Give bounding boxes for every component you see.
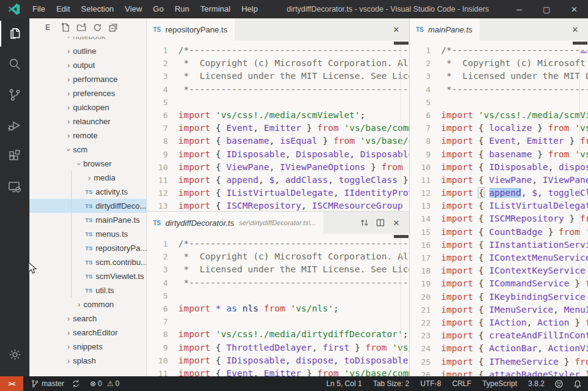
line-number: 2 [147, 250, 168, 263]
scrollbar-track[interactable] [401, 40, 401, 211]
tree-item-common[interactable]: ›common [29, 297, 146, 311]
remote-indicator[interactable]: >< [0, 376, 23, 391]
scrollbar-track[interactable] [401, 234, 401, 376]
code-editor[interactable]: 1/*-------------------------------------… [410, 40, 588, 376]
tab-repositorypane-ts[interactable]: TSrepositoryPane.ts [147, 18, 235, 40]
notifications-bell-icon[interactable] [573, 379, 582, 389]
chevron-right-icon: › [64, 329, 73, 337]
editor-pane-mainPane[interactable]: TSmainPane.ts✕1/*-----------------------… [409, 18, 588, 376]
new-file-icon[interactable] [58, 21, 74, 34]
refresh-icon[interactable] [89, 21, 105, 34]
tree-item-outline[interactable]: ›outline [29, 44, 146, 58]
tree-item-preferences[interactable]: ›preferences [29, 86, 146, 100]
status-typescript[interactable]: TypeScript [483, 379, 518, 388]
line-number: 2 [147, 57, 168, 70]
tree-item-repositorypa[interactable]: TSrepositoryPa... [29, 241, 146, 255]
menu-run[interactable]: Run [169, 0, 195, 18]
tree-item-dirtydiffdeco[interactable]: TSdirtydiffDeco... [29, 199, 146, 213]
menu-terminal[interactable]: Terminal [195, 0, 236, 18]
tree-item-output[interactable]: ›output [29, 58, 146, 72]
tree-item-notebook[interactable]: ›notebook [29, 37, 146, 44]
code-line-8: 8import { basename, isEqual } from 'vs/b… [147, 135, 409, 147]
source-control-icon[interactable] [0, 80, 29, 110]
tab-mainpane-ts[interactable]: TSmainPane.ts [410, 18, 480, 40]
typescript-file-icon: TS [85, 245, 96, 251]
tree-item-media[interactable]: ›media [29, 171, 146, 185]
close-button[interactable]: ✕ [560, 0, 588, 18]
typescript-file-icon: TS [85, 287, 96, 294]
explorer-icon[interactable] [0, 18, 29, 49]
tree-item-quickopen[interactable]: ›quickopen [29, 100, 146, 114]
line-number: 11 [147, 367, 168, 376]
split-editor-icon[interactable] [372, 215, 388, 231]
tree-item-mainpane-ts[interactable]: TSmainPane.ts [29, 213, 146, 227]
compare-changes-icon[interactable] [356, 215, 372, 231]
close-editor-icon[interactable]: ✕ [567, 21, 583, 37]
line-number: 9 [410, 148, 431, 161]
line-number: 1 [147, 44, 168, 57]
tree-item-snippets[interactable]: ›snippets [29, 340, 146, 354]
editor-pane-repositoryPane[interactable]: TSrepositoryPane.ts✕1/*-----------------… [147, 18, 409, 211]
scrollbar-track[interactable] [579, 40, 580, 376]
tree-item-label: searchEditor [73, 328, 118, 337]
menu-file[interactable]: File [27, 0, 51, 18]
code-line-18: 18import { IContextKeyService } from 'vs… [410, 264, 588, 277]
extensions-icon[interactable] [0, 141, 29, 171]
run-debug-icon[interactable] [0, 110, 29, 141]
feedback-smiley-icon[interactable] [554, 379, 564, 389]
tree-item-label: menus.ts [96, 229, 128, 239]
code-line-20: 20import { IKeybindingService } from 'vs… [410, 291, 588, 303]
tree-item-activity-ts[interactable]: TSactivity.ts [29, 185, 146, 199]
search-icon[interactable] [0, 49, 29, 80]
maximize-button[interactable]: ▢ [533, 0, 560, 18]
menu-view[interactable]: View [119, 0, 148, 18]
code-line-7: 7import { localize } from 'vs/nls'; [410, 122, 588, 135]
tree-item-util-ts[interactable]: TSutil.ts [29, 283, 146, 297]
editor-pane-dirtydiffDecorator[interactable]: TSdirtydiffDecorator.tsser\dirtydiffDeco… [147, 211, 409, 376]
menu-selection[interactable]: Selection [75, 0, 119, 18]
sync-item[interactable] [72, 376, 83, 391]
tree-item-scm-contribu[interactable]: TSscm.contribu... [29, 255, 146, 269]
code-editor[interactable]: 1/*-------------------------------------… [147, 40, 409, 211]
status-3-8-2[interactable]: 3.8.2 [528, 379, 545, 388]
tree-item-searcheditor[interactable]: ›searchEditor [29, 326, 146, 340]
tree-item-scm[interactable]: ›scm [29, 143, 146, 157]
close-editor-icon[interactable]: ✕ [388, 21, 404, 37]
tree-item-splash[interactable]: ›splash [29, 354, 146, 368]
scrollbar-thumb[interactable] [573, 42, 587, 45]
line-number: 6 [147, 109, 168, 122]
status-crlf[interactable]: CRLF [452, 379, 471, 388]
code-line-3: 3 * Licensed under the MIT License. See … [147, 70, 409, 83]
scrollbar-thumb[interactable] [394, 42, 409, 45]
line-number: 22 [410, 316, 431, 329]
tree-item-remote[interactable]: ›remote [29, 128, 146, 143]
problems-item[interactable]: ⊗ 0 ⚠ 0 [90, 376, 119, 391]
tree-item-scmviewlet-ts[interactable]: TSscmViewlet.ts [29, 269, 146, 283]
tab-label: dirtydiffDecorator.ts [165, 218, 234, 228]
scrollbar-thumb[interactable] [394, 235, 409, 238]
remote-explorer-icon[interactable] [0, 171, 29, 202]
settings-gear-icon[interactable] [0, 341, 29, 368]
status-tab-size-2[interactable]: Tab Size: 2 [373, 379, 409, 388]
tree-item-performance[interactable]: ›performance [29, 72, 146, 86]
tree-item-search[interactable]: ›search [29, 311, 146, 326]
file-tree: ›notebook›outline›output›performance›pre… [29, 37, 146, 368]
minimize-button[interactable]: ─ [505, 0, 533, 18]
new-folder-icon[interactable] [74, 21, 89, 34]
menu-edit[interactable]: Edit [51, 0, 75, 18]
code-line-8: 8import { Event, Emitter } from 'vs/base… [410, 135, 588, 147]
collapse-all-icon[interactable] [105, 21, 121, 34]
tree-item-menus-ts[interactable]: TSmenus.ts [29, 227, 146, 241]
menu-help[interactable]: Help [236, 0, 263, 18]
status-ln-5-col-1[interactable]: Ln 5, Col 1 [326, 379, 362, 388]
tree-item-relauncher[interactable]: ›relauncher [29, 114, 146, 128]
tree-item-label: dirtydiffDeco... [96, 201, 146, 210]
status-utf-8[interactable]: UTF-8 [420, 379, 441, 388]
close-editor-icon[interactable]: ✕ [388, 215, 404, 231]
tab-dirtydiffdecorator-ts[interactable]: TSdirtydiffDecorator.tsser\dirtydiffDeco… [147, 212, 323, 234]
tree-item-browser[interactable]: ›browser [29, 157, 146, 171]
tab-bar: TSrepositoryPane.ts✕ [147, 18, 409, 40]
git-branch-item[interactable]: master [31, 376, 64, 391]
code-editor[interactable]: 1/*-------------------------------------… [147, 234, 409, 376]
menu-go[interactable]: Go [148, 0, 169, 18]
